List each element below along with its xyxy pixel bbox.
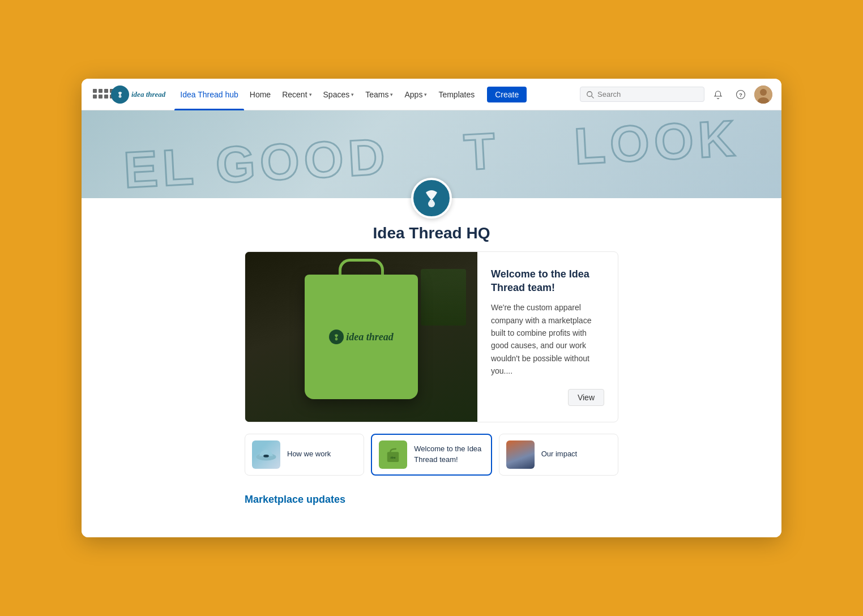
space-logo-section: Idea Thread HQ: [82, 178, 781, 251]
nav-right: Search ?: [580, 85, 772, 104]
navbar: idea thread Idea Thread hub Home Recent …: [82, 79, 781, 110]
create-button[interactable]: Create: [487, 87, 527, 102]
search-icon: [586, 91, 594, 99]
featured-heading: Welcome to the Idea Thread team!: [491, 268, 604, 294]
svg-point-12: [335, 338, 338, 341]
nav-templates[interactable]: Templates: [433, 79, 480, 110]
browser-window: idea thread Idea Thread hub Home Recent …: [82, 79, 781, 537]
notifications-button[interactable]: [709, 85, 727, 104]
main-content: idea thread Welcome to the Idea Thread t…: [82, 251, 781, 537]
recent-chevron: ▾: [309, 92, 312, 97]
nav-recent[interactable]: Recent ▾: [276, 79, 317, 110]
marketplace-title: Marketplace updates: [245, 494, 618, 506]
nav-teams[interactable]: Teams ▾: [360, 79, 399, 110]
thumb-our-impact[interactable]: Our impact: [499, 434, 618, 476]
featured-body: We're the custom apparel company with a …: [491, 301, 604, 377]
bell-icon: [713, 89, 723, 100]
apps-chevron: ▾: [424, 92, 427, 97]
help-icon: ?: [736, 89, 746, 100]
teams-chevron: ▾: [390, 92, 393, 97]
svg-text:?: ?: [739, 92, 742, 98]
featured-card: idea thread Welcome to the Idea Thread t…: [245, 251, 618, 422]
thumb-img-our-impact: [506, 440, 535, 469]
spaces-chevron: ▾: [351, 92, 354, 97]
featured-info: Welcome to the Idea Thread team! We're t…: [477, 252, 618, 421]
view-button[interactable]: View: [568, 389, 604, 406]
nav-links: Idea Thread hub Home Recent ▾ Spaces ▾ T…: [174, 79, 480, 110]
thumb-how-we-work[interactable]: How we work: [245, 434, 364, 476]
space-logo: [411, 178, 452, 219]
marketplace-section: Marketplace updates: [245, 494, 618, 506]
thumb-img-welcome: idea: [379, 440, 407, 469]
svg-point-14: [263, 455, 269, 457]
bag-logo-circle: [329, 330, 344, 344]
bag-logo-text: idea thread: [329, 330, 394, 344]
nav-home[interactable]: Home: [244, 79, 276, 110]
thumb-label-welcome: Welcome to the Idea Thread team!: [414, 444, 484, 464]
thumbnails: How we work idea Welcome to the Idea Thr…: [245, 434, 618, 476]
outer-frame: idea thread Idea Thread hub Home Recent …: [63, 61, 800, 555]
nav-idea-thread-hub[interactable]: Idea Thread hub: [174, 79, 244, 110]
help-button[interactable]: ?: [732, 85, 750, 104]
bag-shape: idea thread: [305, 275, 418, 399]
svg-point-7: [760, 89, 767, 96]
nav-spaces[interactable]: Spaces ▾: [318, 79, 360, 110]
nav-apps[interactable]: Apps ▾: [399, 79, 433, 110]
svg-point-10: [428, 200, 435, 207]
thumb-img-how-we-work: [252, 440, 280, 469]
svg-text:idea: idea: [391, 456, 396, 459]
search-placeholder: Search: [597, 90, 621, 99]
svg-line-3: [592, 96, 594, 99]
thumb-welcome[interactable]: idea Welcome to the Idea Thread team!: [371, 434, 492, 476]
logo-circle: [111, 85, 129, 104]
apps-grid-icon[interactable]: [91, 87, 106, 102]
space-title: Idea Thread HQ: [373, 224, 490, 242]
bag-visual: idea thread: [245, 252, 477, 421]
thumb-label-our-impact: Our impact: [541, 449, 578, 459]
search-box[interactable]: Search: [580, 87, 704, 102]
featured-image: idea thread: [245, 252, 477, 421]
logo-text: idea thread: [131, 90, 165, 99]
logo[interactable]: idea thread: [111, 85, 165, 104]
user-avatar[interactable]: [754, 85, 772, 104]
thumb-label-how-we-work: How we work: [287, 449, 331, 459]
svg-point-1: [119, 95, 122, 98]
